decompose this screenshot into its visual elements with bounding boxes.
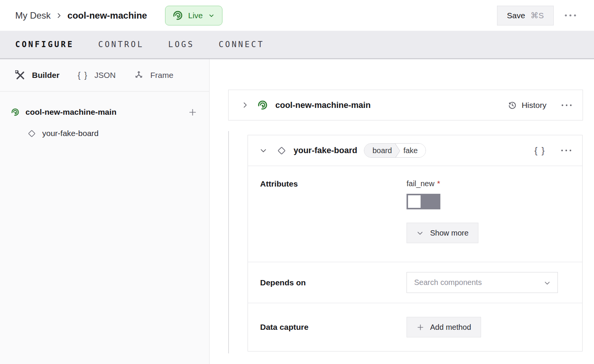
history-label: History xyxy=(522,101,546,110)
machine-status-badge[interactable]: Live xyxy=(165,6,223,25)
badge-type: board xyxy=(364,144,394,157)
view-mode-tabs: Builder { } JSON Frame xyxy=(0,59,209,92)
component-tree: cool-new-machine-main your-fake-board xyxy=(0,92,209,139)
nav-tabbar: CONFIGURE CONTROL LOGS CONNECT xyxy=(0,31,594,59)
tree-component-label: your-fake-board xyxy=(42,129,98,138)
viam-part-icon xyxy=(11,108,19,116)
header-more-button[interactable] xyxy=(562,9,579,22)
add-method-button[interactable]: Add method xyxy=(407,317,481,337)
tab-logs[interactable]: LOGS xyxy=(168,38,194,51)
breadcrumb-chevron-icon xyxy=(56,12,62,19)
viam-live-icon xyxy=(173,10,183,21)
component-card-title: your-fake-board xyxy=(294,146,357,155)
frame-axes-icon xyxy=(134,70,144,80)
viewtab-label: Builder xyxy=(32,71,59,80)
tab-builder[interactable]: Builder xyxy=(15,70,59,81)
viewtab-label: Frame xyxy=(150,71,173,80)
add-method-label: Add method xyxy=(430,323,471,332)
tab-connect[interactable]: CONNECT xyxy=(219,38,264,51)
edit-json-button[interactable]: { } xyxy=(534,144,546,157)
config-main-panel: cool-new-machine-main History your xyxy=(210,59,594,364)
badge-divider xyxy=(395,144,400,158)
viam-part-icon xyxy=(257,100,268,110)
depends-on-select xyxy=(407,272,558,293)
depends-on-label: Depends on xyxy=(260,278,407,287)
tree-item-part[interactable]: cool-new-machine-main xyxy=(0,106,209,118)
diamond-icon xyxy=(276,146,287,156)
badge-model: fake xyxy=(400,144,426,157)
history-button[interactable]: History xyxy=(508,101,546,110)
app-header: My Desk cool-new-machine Live Save ⌘S xyxy=(0,0,594,31)
status-label: Live xyxy=(188,11,203,20)
tab-json[interactable]: { } JSON xyxy=(78,70,116,80)
tools-icon xyxy=(15,70,25,81)
component-type-badge: board fake xyxy=(364,143,426,158)
field-label: fail_new* xyxy=(407,179,478,188)
ellipsis-icon xyxy=(561,149,572,152)
component-more-button[interactable] xyxy=(560,146,572,155)
component-card-header: your-fake-board board fake { } xyxy=(248,135,582,166)
chevron-down-icon xyxy=(543,279,551,287)
part-card-title: cool-new-machine-main xyxy=(275,100,371,110)
plus-icon xyxy=(416,323,424,331)
machine-name: cool-new-machine xyxy=(67,10,147,21)
attributes-label: Attributes xyxy=(260,179,407,262)
config-sidebar: Builder { } JSON Frame xyxy=(0,59,210,364)
part-expand-button[interactable] xyxy=(241,99,249,111)
chevron-down-icon xyxy=(416,229,424,237)
part-card: cool-new-machine-main History xyxy=(228,90,583,120)
plus-icon xyxy=(188,108,197,117)
search-components-input[interactable] xyxy=(407,278,557,287)
show-more-label: Show more xyxy=(430,229,469,237)
field-name-text: fail_new xyxy=(407,179,434,188)
diamond-icon xyxy=(27,129,37,138)
component-collapse-button[interactable] xyxy=(259,145,268,157)
viewtab-label: JSON xyxy=(94,71,116,80)
breadcrumb: My Desk cool-new-machine xyxy=(15,10,147,21)
attributes-fields: fail_new* Show more xyxy=(407,179,478,262)
save-label: Save xyxy=(507,11,525,20)
data-capture-label: Data capture xyxy=(260,323,407,332)
tree-part-label: cool-new-machine-main xyxy=(25,108,116,117)
show-more-button[interactable]: Show more xyxy=(407,223,478,243)
save-shortcut: ⌘S xyxy=(530,11,544,20)
tree-connector-line xyxy=(228,131,229,353)
breadcrumb-parent-link[interactable]: My Desk xyxy=(15,10,51,21)
tab-control[interactable]: CONTROL xyxy=(98,38,144,51)
attributes-section: Attributes fail_new* Show more xyxy=(248,166,582,262)
braces-icon: { } xyxy=(78,70,88,80)
ellipsis-icon xyxy=(564,14,577,17)
save-button[interactable]: Save ⌘S xyxy=(497,6,554,25)
part-more-button[interactable] xyxy=(561,100,573,110)
toggle-knob xyxy=(408,195,421,208)
tree-item-component[interactable]: your-fake-board xyxy=(0,127,209,139)
chevron-right-icon xyxy=(241,101,249,109)
chevron-down-icon xyxy=(260,147,267,154)
history-icon xyxy=(508,101,517,110)
ellipsis-icon xyxy=(561,104,572,106)
chevron-down-icon xyxy=(208,12,215,19)
tab-frame[interactable]: Frame xyxy=(134,70,173,80)
fail-new-toggle[interactable] xyxy=(407,194,440,209)
add-component-button[interactable] xyxy=(188,108,197,117)
component-card: your-fake-board board fake { } Attribute… xyxy=(248,135,583,351)
tab-configure[interactable]: CONFIGURE xyxy=(15,38,74,51)
data-capture-section: Data capture Add method xyxy=(248,303,582,351)
depends-on-section: Depends on xyxy=(248,262,582,303)
required-marker: * xyxy=(437,179,440,188)
